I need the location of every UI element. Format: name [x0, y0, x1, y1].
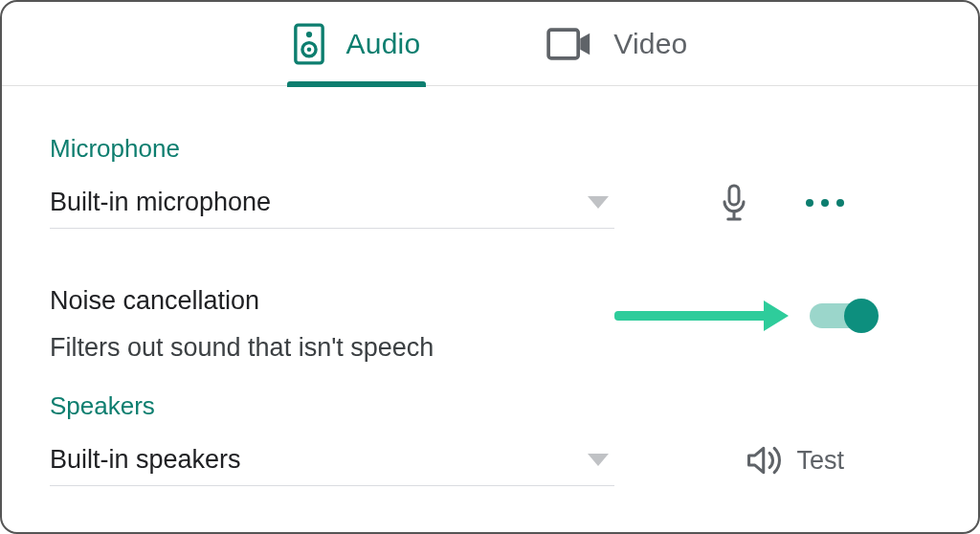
- more-options-icon[interactable]: [806, 199, 844, 207]
- settings-dialog: Audio Video Microphone Built-in micropho…: [0, 0, 980, 534]
- chevron-down-icon: [588, 196, 609, 209]
- tab-bar: Audio Video: [2, 2, 978, 86]
- microphone-row: Built-in microphone: [50, 177, 930, 229]
- chevron-down-icon: [588, 454, 609, 466]
- noise-cancellation-row: Noise cancellation Filters out sound tha…: [50, 286, 930, 363]
- microphone-section-title: Microphone: [50, 134, 930, 164]
- speaker-output-icon[interactable]: Test: [746, 444, 844, 477]
- speakers-row: Built-in speakers Test: [50, 434, 930, 486]
- microphone-select-value: Built-in microphone: [50, 188, 271, 217]
- camera-icon: [546, 28, 592, 60]
- annotation-arrow: [614, 311, 768, 321]
- tab-video-label: Video: [613, 28, 687, 60]
- svg-rect-4: [548, 30, 578, 58]
- tab-audio[interactable]: Audio: [287, 2, 427, 86]
- microphone-select[interactable]: Built-in microphone: [50, 177, 614, 229]
- noise-cancellation-toggle[interactable]: [810, 303, 873, 328]
- speakers-select[interactable]: Built-in speakers: [50, 434, 614, 486]
- noise-cancellation-description: Filters out sound that isn't speech: [50, 333, 614, 363]
- toggle-knob: [844, 299, 879, 333]
- tab-video[interactable]: Video: [541, 2, 693, 86]
- speakers-section-title: Speakers: [50, 391, 930, 421]
- test-speakers-label: Test: [796, 446, 844, 476]
- settings-body: Microphone Built-in microphone: [2, 86, 978, 486]
- tab-audio-label: Audio: [346, 28, 421, 60]
- noise-cancellation-title: Noise cancellation: [50, 286, 614, 316]
- microphone-icon[interactable]: [720, 184, 748, 222]
- svg-point-1: [305, 31, 311, 36]
- speakers-select-value: Built-in speakers: [50, 445, 241, 475]
- svg-rect-5: [729, 186, 739, 205]
- speaker-box-icon: [293, 23, 325, 65]
- svg-point-3: [306, 47, 311, 52]
